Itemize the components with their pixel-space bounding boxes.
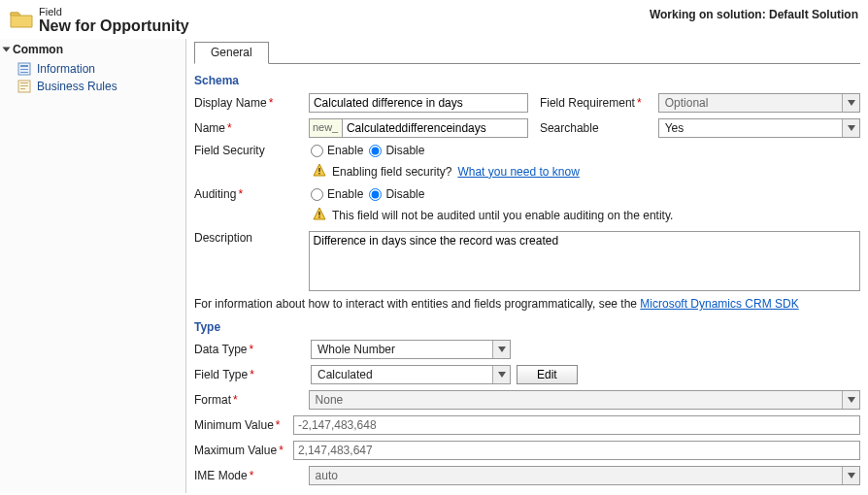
- solution-label: Working on solution: Default Solution: [650, 6, 858, 21]
- sdk-info-text: For information about how to interact wi…: [194, 297, 860, 311]
- searchable-label: Searchable: [540, 121, 658, 135]
- security-warn-text: Enabling field security?: [332, 165, 451, 179]
- tab-general[interactable]: General: [194, 42, 269, 64]
- field-requirement-label: Field Requirement*: [540, 96, 658, 110]
- warning-icon: [313, 163, 326, 180]
- section-schema-label: Schema: [194, 74, 860, 87]
- auditing-disable[interactable]: Disable: [369, 187, 424, 201]
- name-prefix: new_: [309, 118, 342, 138]
- sidebar: Common Information Business Rules: [0, 39, 186, 493]
- sidebar-item-business-rules[interactable]: Business Rules: [0, 78, 185, 95]
- header-small: Field: [39, 6, 650, 17]
- auditing-enable[interactable]: Enable: [311, 187, 363, 201]
- max-value-input[interactable]: [293, 441, 860, 460]
- format-select[interactable]: None: [309, 390, 860, 410]
- format-label: Format*: [194, 393, 309, 407]
- display-name-input[interactable]: [309, 93, 528, 113]
- searchable-select[interactable]: Yes: [658, 118, 860, 138]
- min-value-label: Minimum Value*: [194, 418, 293, 432]
- name-input[interactable]: [342, 118, 528, 138]
- field-security-label: Field Security: [194, 144, 311, 157]
- display-name-label: Display Name*: [194, 96, 309, 110]
- warning-icon: [313, 207, 326, 223]
- svg-rect-3: [20, 72, 28, 73]
- section-type-label: Type: [194, 320, 860, 334]
- ime-mode-select[interactable]: auto: [309, 466, 860, 485]
- chevron-down-icon: [492, 366, 510, 383]
- sidebar-section-common[interactable]: Common: [0, 39, 185, 60]
- field-requirement-select[interactable]: Optional: [658, 93, 860, 113]
- form-icon: [17, 62, 31, 76]
- min-value-input[interactable]: [293, 415, 860, 435]
- rules-icon: [17, 80, 31, 93]
- chevron-down-icon: [842, 94, 859, 112]
- ime-mode-label: IME Mode*: [194, 469, 309, 482]
- chevron-down-icon: [492, 341, 510, 358]
- max-value-label: Maximum Value*: [194, 444, 293, 457]
- svg-rect-2: [20, 69, 28, 70]
- name-label: Name*: [194, 121, 309, 135]
- svg-rect-6: [20, 85, 28, 86]
- svg-rect-11: [318, 216, 319, 217]
- description-input[interactable]: [309, 231, 860, 291]
- auditing-label: Auditing*: [194, 187, 311, 201]
- svg-rect-9: [318, 173, 319, 174]
- svg-rect-7: [20, 88, 25, 89]
- edit-button[interactable]: Edit: [517, 365, 578, 384]
- tabs: General: [194, 41, 860, 64]
- svg-rect-5: [20, 82, 28, 83]
- chevron-down-icon: [842, 391, 859, 409]
- audit-warn-text: This field will not be audited until you…: [332, 209, 673, 222]
- svg-rect-10: [318, 212, 319, 215]
- sdk-link[interactable]: Microsoft Dynamics CRM SDK: [640, 297, 798, 311]
- field-security-enable[interactable]: Enable: [311, 144, 363, 157]
- chevron-down-icon: [842, 119, 859, 137]
- chevron-down-icon: [842, 467, 859, 484]
- field-security-disable[interactable]: Disable: [369, 144, 424, 157]
- sidebar-item-information[interactable]: Information: [0, 60, 185, 78]
- svg-rect-8: [318, 168, 319, 172]
- field-type-label: Field Type*: [194, 368, 311, 381]
- data-type-label: Data Type*: [194, 343, 311, 356]
- description-label: Description: [194, 231, 309, 245]
- security-info-link[interactable]: What you need to know: [457, 165, 579, 179]
- field-type-select[interactable]: Calculated: [311, 365, 511, 384]
- page-title: New for Opportunity: [39, 17, 650, 35]
- svg-rect-1: [20, 65, 28, 67]
- data-type-select[interactable]: Whole Number: [311, 340, 511, 359]
- folder-icon: [10, 8, 33, 29]
